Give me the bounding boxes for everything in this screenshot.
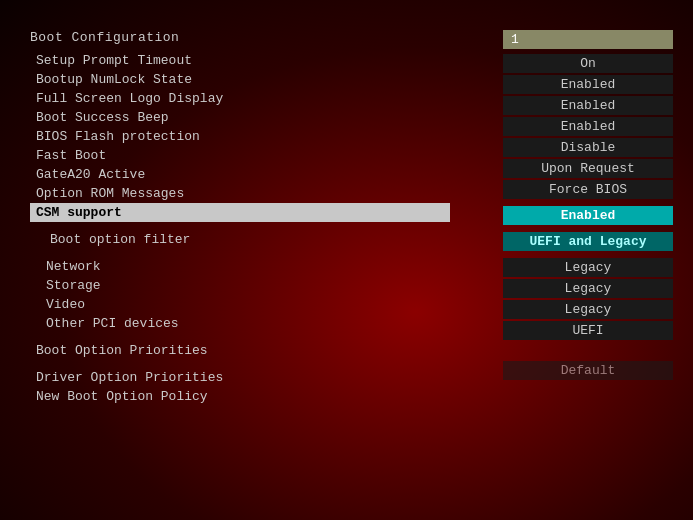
right-panel: 1 On Enabled Enabled Enabled Disable Upo…: [450, 30, 673, 500]
sidebar-item-new-boot-option-policy[interactable]: New Boot Option Policy: [30, 387, 450, 406]
upon-request-value: Upon Request: [503, 159, 673, 178]
boot-filter-value[interactable]: UEFI and Legacy: [503, 232, 673, 251]
video-value: Legacy: [503, 300, 673, 319]
sidebar-item-other-pci[interactable]: Other PCI devices: [30, 314, 450, 333]
section-title: Boot Configuration: [30, 30, 450, 45]
sidebar-item-bootup-numlock[interactable]: Bootup NumLock State: [30, 70, 450, 89]
sidebar-item-fast-boot[interactable]: Fast Boot: [30, 146, 450, 165]
enabled-value-2: Enabled: [503, 96, 673, 115]
sidebar-item-driver-option-priorities[interactable]: Driver Option Priorities: [30, 368, 450, 387]
sidebar-item-storage[interactable]: Storage: [30, 276, 450, 295]
sidebar-item-gatea20[interactable]: GateA20 Active: [30, 165, 450, 184]
main-content: Boot Configuration Setup Prompt Timeout …: [0, 0, 693, 520]
on-value: On: [503, 54, 673, 73]
sidebar-item-full-screen-logo[interactable]: Full Screen Logo Display: [30, 89, 450, 108]
sidebar-item-setup-prompt-timeout[interactable]: Setup Prompt Timeout: [30, 51, 450, 70]
bottom-default-value: Default: [503, 361, 673, 380]
left-panel: Boot Configuration Setup Prompt Timeout …: [30, 30, 450, 500]
csm-enabled-value[interactable]: Enabled: [503, 206, 673, 225]
sidebar-item-network[interactable]: Network: [30, 257, 450, 276]
network-value: Legacy: [503, 258, 673, 277]
sidebar-item-bios-flash-protection[interactable]: BIOS Flash protection: [30, 127, 450, 146]
sidebar-item-csm-support[interactable]: CSM support: [30, 203, 450, 222]
other-pci-value: UEFI: [503, 321, 673, 340]
enabled-value-3: Enabled: [503, 117, 673, 136]
force-bios-value: Force BIOS: [503, 180, 673, 199]
values-group: 1 On Enabled Enabled Enabled Disable Upo…: [470, 30, 673, 381]
sidebar-item-option-rom[interactable]: Option ROM Messages: [30, 184, 450, 203]
storage-value: Legacy: [503, 279, 673, 298]
enabled-value-1: Enabled: [503, 75, 673, 94]
sidebar-item-boot-option-priorities[interactable]: Boot Option Priorities: [30, 341, 450, 360]
sidebar-item-boot-option-filter[interactable]: Boot option filter: [30, 230, 450, 249]
sidebar-item-video[interactable]: Video: [30, 295, 450, 314]
sidebar-item-boot-success-beep[interactable]: Boot Success Beep: [30, 108, 450, 127]
timeout-value-input[interactable]: 1: [503, 30, 673, 49]
disable-value: Disable: [503, 138, 673, 157]
